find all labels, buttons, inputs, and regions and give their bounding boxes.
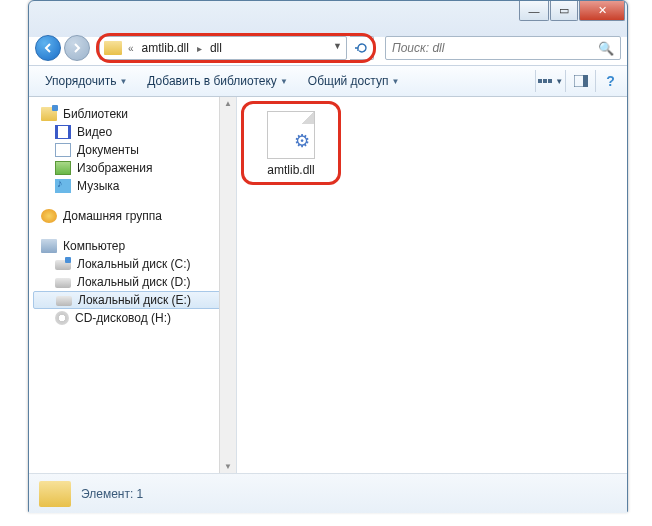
body: Библиотеки Видео Документы Изображения М… [29,97,627,473]
tree-homegroup[interactable]: Домашняя группа [33,207,232,225]
chevron-down-icon[interactable]: ▼ [333,41,342,51]
organize-button[interactable]: Упорядочить▼ [37,70,135,92]
explorer-window: — ▭ ✕ « amtlib.dll ▸ dll ▼ 🔍 Упорядочить… [28,0,628,512]
search-input[interactable] [392,41,598,55]
help-button[interactable]: ? [595,70,619,92]
chevron-icon: « [126,43,136,54]
svg-rect-1 [583,75,588,87]
share-button[interactable]: Общий доступ▼ [300,70,408,92]
tree-disk-e[interactable]: Локальный диск (E:) [33,291,232,309]
address-bar[interactable]: « amtlib.dll ▸ dll ▼ [99,36,347,60]
tree-libraries[interactable]: Библиотеки [33,105,232,123]
back-button[interactable] [35,35,61,61]
toolbar: Упорядочить▼ Добавить в библиотеку▼ Общи… [29,65,627,97]
file-list[interactable]: amtlib.dll [237,97,627,473]
image-icon [55,161,71,175]
maximize-button[interactable]: ▭ [550,1,578,21]
tree-images[interactable]: Изображения [33,159,232,177]
preview-pane-button[interactable] [565,70,589,92]
tree-video[interactable]: Видео [33,123,232,141]
tree-documents[interactable]: Документы [33,141,232,159]
tree-computer[interactable]: Компьютер [33,237,232,255]
chevron-right-icon: ▸ [195,43,204,54]
nav-tree: Библиотеки Видео Документы Изображения М… [29,97,237,473]
nav-row: « amtlib.dll ▸ dll ▼ 🔍 [29,31,627,65]
homegroup-icon [41,209,57,223]
tree-disk-c[interactable]: Локальный диск (C:) [33,255,232,273]
libraries-icon [41,107,57,121]
add-to-library-button[interactable]: Добавить в библиотеку▼ [139,70,295,92]
tree-cd[interactable]: CD-дисковод (H:) [33,309,232,327]
music-icon [55,179,71,193]
dll-file-icon [267,111,315,159]
disk-icon [55,260,71,270]
breadcrumb-seg-1[interactable]: amtlib.dll [136,41,195,55]
video-icon [55,125,71,139]
document-icon [55,143,71,157]
disk-icon [55,278,71,288]
tree-scrollbar[interactable] [219,97,236,473]
breadcrumb-seg-2[interactable]: dll [204,41,228,55]
minimize-button[interactable]: — [519,1,549,21]
search-box[interactable]: 🔍 [385,36,621,60]
status-count: Элемент: 1 [81,487,143,501]
status-bar: Элемент: 1 [29,473,627,513]
forward-button[interactable] [64,35,90,61]
tree-music[interactable]: Музыка [33,177,232,195]
disk-icon [56,296,72,306]
search-icon: 🔍 [598,41,614,56]
file-item[interactable]: amtlib.dll [251,111,331,177]
refresh-button[interactable] [350,36,374,60]
view-mode-button[interactable]: ▼ [535,70,559,92]
close-button[interactable]: ✕ [579,1,625,21]
folder-icon [104,41,122,55]
folder-icon [39,481,71,507]
tree-disk-d[interactable]: Локальный диск (D:) [33,273,232,291]
titlebar: — ▭ ✕ [29,1,627,31]
cd-icon [55,311,69,325]
computer-icon [41,239,57,253]
